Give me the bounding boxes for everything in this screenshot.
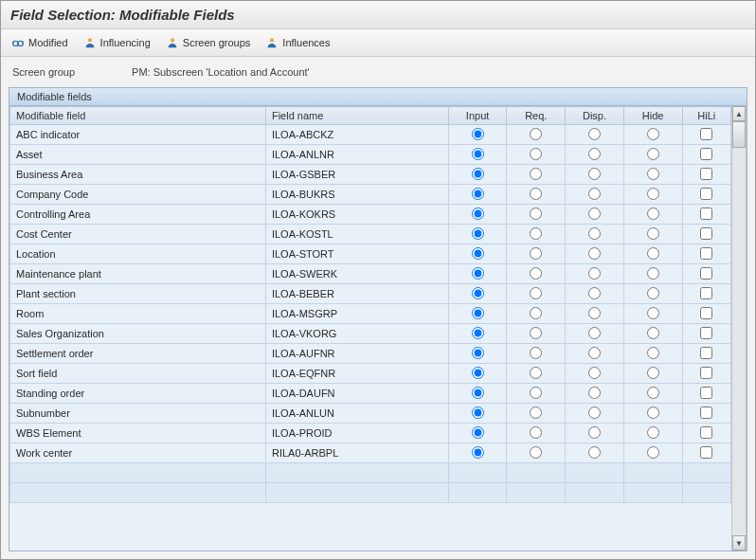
- hili-checkbox[interactable]: [700, 287, 712, 299]
- input-radio[interactable]: [472, 148, 484, 160]
- input-radio[interactable]: [472, 347, 484, 359]
- req-radio[interactable]: [530, 446, 542, 459]
- hili-checkbox[interactable]: [700, 168, 712, 180]
- hili-checkbox[interactable]: [700, 208, 712, 220]
- col-hide[interactable]: Hide: [623, 107, 682, 125]
- hili-checkbox[interactable]: [700, 227, 712, 240]
- hili-checkbox[interactable]: [700, 367, 712, 379]
- hili-checkbox[interactable]: [700, 327, 712, 339]
- disp-radio[interactable]: [588, 347, 601, 359]
- col-input[interactable]: Input: [448, 107, 507, 125]
- hide-radio[interactable]: [647, 148, 659, 160]
- hide-radio[interactable]: [647, 208, 659, 220]
- hide-radio[interactable]: [647, 367, 659, 379]
- req-radio[interactable]: [530, 387, 542, 399]
- hide-radio[interactable]: [647, 247, 659, 260]
- hide-radio[interactable]: [647, 327, 659, 339]
- req-radio[interactable]: [530, 168, 542, 180]
- req-radio[interactable]: [530, 327, 542, 339]
- hide-radio[interactable]: [647, 188, 659, 200]
- col-req[interactable]: Req.: [507, 107, 566, 125]
- hili-checkbox[interactable]: [700, 128, 712, 140]
- req-radio[interactable]: [530, 406, 542, 419]
- scroll-down-button[interactable]: ▼: [732, 535, 746, 551]
- hide-radio[interactable]: [647, 267, 659, 280]
- hide-radio[interactable]: [647, 168, 659, 180]
- req-radio[interactable]: [530, 148, 542, 160]
- disp-radio[interactable]: [588, 307, 601, 319]
- scroll-track[interactable]: [732, 121, 746, 535]
- disp-radio[interactable]: [588, 208, 601, 220]
- hide-radio[interactable]: [647, 227, 659, 240]
- hide-radio[interactable]: [647, 287, 659, 299]
- hili-checkbox[interactable]: [700, 267, 712, 280]
- hili-checkbox[interactable]: [700, 247, 712, 260]
- input-radio[interactable]: [472, 426, 484, 439]
- input-radio[interactable]: [472, 446, 484, 459]
- hide-radio[interactable]: [647, 406, 659, 419]
- req-radio[interactable]: [530, 287, 542, 299]
- disp-radio[interactable]: [588, 367, 601, 379]
- col-hili[interactable]: HiLi: [682, 107, 731, 125]
- influences-button[interactable]: Influences: [261, 33, 338, 52]
- input-radio[interactable]: [472, 367, 484, 379]
- scroll-thumb[interactable]: [732, 121, 746, 148]
- hili-checkbox[interactable]: [700, 347, 712, 359]
- hide-radio[interactable]: [647, 347, 659, 359]
- disp-radio[interactable]: [588, 387, 601, 399]
- input-radio[interactable]: [472, 227, 484, 240]
- input-radio[interactable]: [472, 307, 484, 319]
- scroll-up-button[interactable]: ▲: [732, 106, 746, 121]
- hide-radio[interactable]: [647, 307, 659, 319]
- req-radio[interactable]: [530, 247, 542, 260]
- hili-checkbox[interactable]: [700, 148, 712, 160]
- hide-radio[interactable]: [647, 387, 659, 399]
- hide-radio[interactable]: [647, 426, 659, 439]
- disp-radio[interactable]: [588, 227, 601, 240]
- input-radio[interactable]: [472, 267, 484, 280]
- req-radio[interactable]: [530, 307, 542, 319]
- disp-radio[interactable]: [588, 267, 601, 280]
- modified-button[interactable]: Modified: [7, 33, 77, 52]
- input-radio[interactable]: [472, 128, 484, 140]
- input-radio[interactable]: [472, 188, 484, 200]
- input-radio[interactable]: [472, 327, 484, 339]
- req-radio[interactable]: [530, 128, 542, 140]
- disp-radio[interactable]: [588, 168, 601, 180]
- disp-radio[interactable]: [588, 188, 601, 200]
- hili-checkbox[interactable]: [700, 387, 712, 399]
- hide-radio[interactable]: [647, 446, 659, 459]
- col-disp[interactable]: Disp.: [566, 107, 624, 125]
- req-radio[interactable]: [530, 347, 542, 359]
- disp-radio[interactable]: [588, 247, 601, 260]
- req-radio[interactable]: [530, 426, 542, 439]
- disp-radio[interactable]: [588, 406, 601, 419]
- req-radio[interactable]: [530, 208, 542, 220]
- input-radio[interactable]: [472, 387, 484, 399]
- input-radio[interactable]: [472, 406, 484, 419]
- vertical-scrollbar[interactable]: ▲ ▼: [731, 106, 747, 551]
- disp-radio[interactable]: [588, 128, 601, 140]
- input-radio[interactable]: [472, 208, 484, 220]
- req-radio[interactable]: [530, 267, 542, 280]
- disp-radio[interactable]: [588, 446, 601, 459]
- screen-groups-button[interactable]: Screen groups: [161, 33, 260, 52]
- hide-radio[interactable]: [647, 128, 659, 140]
- col-modifiable-field[interactable]: Modifiable field: [10, 107, 266, 125]
- hili-checkbox[interactable]: [700, 406, 712, 419]
- hili-checkbox[interactable]: [700, 426, 712, 439]
- input-radio[interactable]: [472, 168, 484, 180]
- influencing-button[interactable]: Influencing: [79, 33, 159, 52]
- disp-radio[interactable]: [588, 287, 601, 299]
- disp-radio[interactable]: [588, 327, 601, 339]
- hili-checkbox[interactable]: [700, 188, 712, 200]
- input-radio[interactable]: [472, 247, 484, 260]
- req-radio[interactable]: [530, 367, 542, 379]
- req-radio[interactable]: [530, 188, 542, 200]
- col-field-name[interactable]: Field name: [265, 107, 448, 125]
- disp-radio[interactable]: [588, 148, 601, 160]
- req-radio[interactable]: [530, 227, 542, 240]
- input-radio[interactable]: [472, 287, 484, 299]
- hili-checkbox[interactable]: [700, 307, 712, 319]
- disp-radio[interactable]: [588, 426, 601, 439]
